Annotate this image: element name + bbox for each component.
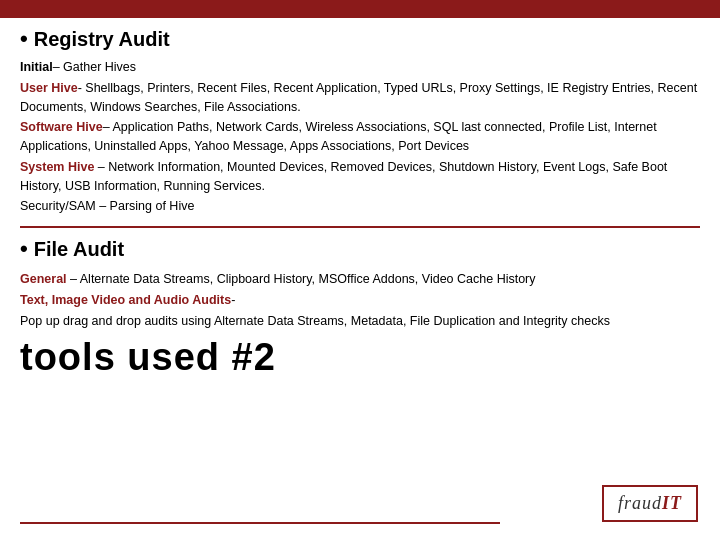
user-hive-line: User Hive- Shellbags, Printers, Recent F… bbox=[20, 79, 700, 117]
registry-audit-title: • Registry Audit bbox=[20, 26, 700, 52]
popup-text: Pop up drag and drop audits using Altern… bbox=[20, 314, 610, 328]
general-label: General bbox=[20, 272, 67, 286]
section-divider bbox=[20, 226, 700, 228]
tools-label: tools used #2 bbox=[20, 336, 700, 379]
file-title-text: File Audit bbox=[34, 238, 124, 261]
system-hive-label: System Hive bbox=[20, 160, 94, 174]
bullet-registry: • bbox=[20, 26, 28, 52]
top-bar bbox=[0, 0, 720, 18]
file-audit-section: • File Audit General – Alternate Data St… bbox=[20, 236, 700, 379]
general-text: – Alternate Data Streams, Clipboard Hist… bbox=[67, 272, 536, 286]
software-hive-text: – Application Paths, Network Cards, Wire… bbox=[20, 120, 657, 153]
text-image-line: Text, Image Video and Audio Audits- bbox=[20, 291, 700, 310]
main-content: • Registry Audit Initial– Gather Hives U… bbox=[0, 18, 720, 389]
initial-text: – Gather Hives bbox=[53, 60, 136, 74]
text-image-dash: - bbox=[231, 293, 235, 307]
bullet-file: • bbox=[20, 236, 28, 262]
security-sam-line: Security/SAM – Parsing of Hive bbox=[20, 197, 700, 216]
logo-box: fraudIT bbox=[602, 485, 698, 522]
initial-label: Initial bbox=[20, 60, 53, 74]
text-image-label: Text, Image Video and Audio Audits bbox=[20, 293, 231, 307]
registry-title-text: Registry Audit bbox=[34, 28, 170, 51]
logo-it-text: IT bbox=[662, 493, 682, 513]
user-hive-text: - Shellbags, Printers, Recent Files, Rec… bbox=[20, 81, 697, 114]
file-audit-title: • File Audit bbox=[20, 236, 700, 262]
software-hive-line: Software Hive– Application Paths, Networ… bbox=[20, 118, 700, 156]
user-hive-label: User Hive bbox=[20, 81, 78, 95]
system-hive-text: – Network Information, Mounted Devices, … bbox=[20, 160, 667, 193]
software-hive-label: Software Hive bbox=[20, 120, 103, 134]
general-line: General – Alternate Data Streams, Clipbo… bbox=[20, 270, 700, 289]
system-hive-line: System Hive – Network Information, Mount… bbox=[20, 158, 700, 196]
logo-fraud-text: fraud bbox=[618, 493, 662, 513]
popup-line: Pop up drag and drop audits using Altern… bbox=[20, 312, 700, 331]
initial-line: Initial– Gather Hives bbox=[20, 58, 700, 77]
bottom-divider bbox=[20, 522, 500, 524]
security-sam-text: Security/SAM – Parsing of Hive bbox=[20, 199, 194, 213]
